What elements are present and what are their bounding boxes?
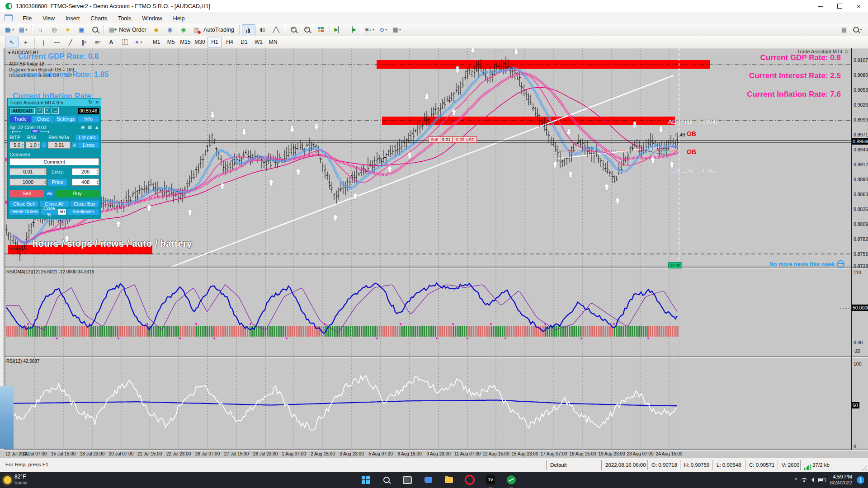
sounds-button[interactable]: ◉ <box>177 25 190 35</box>
taskbar-clock[interactable]: 4:59 PM 8/24/2022 <box>830 474 852 486</box>
panel-tab-trade[interactable]: Trade <box>9 116 31 122</box>
menu-help[interactable]: Help <box>168 14 190 23</box>
calendar-icon[interactable]: ▦ <box>88 125 92 130</box>
timeframe-h1[interactable]: H1 <box>208 37 222 47</box>
price-button[interactable]: Price <box>48 179 67 186</box>
new-chart-button[interactable]: ▦+▾ <box>3 25 16 35</box>
zoom-in-button[interactable]: + <box>288 25 300 35</box>
templates-button[interactable]: ▦▾ <box>391 25 403 35</box>
lot-calc-button[interactable]: Lot calc <box>75 135 99 141</box>
status-cell[interactable]: Default <box>546 460 604 470</box>
menu-file[interactable]: File <box>17 14 37 23</box>
text-tool[interactable]: A <box>105 37 118 47</box>
metatrader-icon[interactable] <box>505 474 517 486</box>
volume-input[interactable]: 1000▴▾ <box>9 178 47 186</box>
panel-title-bar[interactable]: Trade Assistant MT4 9.5 ↻ ✕ <box>8 99 101 106</box>
price-input[interactable]: 408▴▾ <box>72 178 99 186</box>
candlestick-type-button[interactable]: ▮▯ <box>256 25 269 35</box>
bell-icon[interactable]: ▲ <box>94 125 99 130</box>
timeframe-d1[interactable]: D1 <box>237 37 251 47</box>
lines-button[interactable]: Lines <box>78 142 99 148</box>
risk-minus-button[interactable]: - <box>42 142 47 148</box>
panel-tab-close[interactable]: Close <box>32 116 53 122</box>
time-scale[interactable]: 12 Jul 202214 Jul 07:0015 Jul 15:0018 Ju… <box>4 450 851 458</box>
indicators-list-button[interactable]: ≡+▾ <box>363 25 376 35</box>
panel-close-icon[interactable]: ✕ <box>95 100 99 105</box>
maximize-button[interactable] <box>830 0 849 12</box>
menu-tools[interactable]: Tools <box>113 14 137 23</box>
data-window-button[interactable]: ◎ <box>48 25 61 35</box>
timeframe-m1[interactable]: M1 <box>150 37 163 47</box>
ex-button[interactable]: ex <box>45 190 54 197</box>
auto-scroll-button[interactable]: ▶▏ <box>332 25 345 35</box>
close-percent-button[interactable]: Close %50 <box>41 209 66 215</box>
rr-toggle[interactable]: RR <box>31 129 39 133</box>
risk-input[interactable]: 0.01 <box>48 141 71 149</box>
new-order-button[interactable]: ▤+New Order <box>106 25 149 35</box>
cursor-tool[interactable]: ↖ <box>5 37 19 47</box>
battery-icon[interactable] <box>818 478 826 482</box>
menu-charts[interactable]: Charts <box>85 14 113 23</box>
breakeven-button[interactable]: Breakeven <box>67 209 99 215</box>
menu-insert[interactable]: Insert <box>60 14 85 23</box>
chart-window-icon[interactable] <box>5 14 13 21</box>
refresh-icon[interactable]: ↻ <box>88 99 92 105</box>
strategy-tester-button[interactable] <box>89 25 101 35</box>
rsi-indicator-pane[interactable] <box>4 357 851 449</box>
trendline-tool[interactable]: ╱ <box>64 37 77 47</box>
arrows-tool[interactable]: ✦▾ <box>132 37 145 47</box>
file-explorer-icon[interactable] <box>443 474 455 486</box>
trade-assistant-panel[interactable]: Trade Assistant MT4 9.5 ↻ ✕ AUDCAD < > ▭… <box>8 99 101 219</box>
chart-shift-button[interactable]: ▕▶ <box>346 25 359 35</box>
terminal-button[interactable]: ▣ <box>75 25 88 35</box>
fibonacci-tool[interactable]: ≡F <box>91 37 104 47</box>
bar-chart-type-button[interactable] <box>242 24 255 35</box>
notification-badge[interactable]: 1 <box>857 476 864 484</box>
risk-plus-button[interactable]: + <box>72 142 77 148</box>
chat-icon[interactable] <box>422 474 434 486</box>
speaker-icon[interactable] <box>811 478 814 482</box>
profiles-button[interactable]: ▤▾ <box>17 25 29 35</box>
metaeditor-button[interactable]: ◆ <box>150 25 163 35</box>
open-position-tag[interactable]: Sell 0.01 -0.39 USD <box>429 136 477 143</box>
crosshair-tool[interactable]: + <box>19 37 32 47</box>
timeframe-m30[interactable]: M30 <box>193 37 207 47</box>
search-button[interactable]: ▾ <box>851 25 864 35</box>
eye-icon[interactable]: ◉ <box>81 125 85 130</box>
comment-input[interactable]: Comment <box>9 158 99 165</box>
line-chart-type-button[interactable]: ╱╲ <box>270 25 283 35</box>
tradingview-icon[interactable]: TV <box>485 474 496 486</box>
delete-orders-button[interactable]: Delete Orders <box>9 209 39 215</box>
equidistant-channel-tool[interactable]: ∥E <box>78 37 90 47</box>
rtp-input[interactable]: 5.0▴▾ <box>9 141 24 149</box>
weather-widget[interactable]: 82°F Sunny <box>4 472 27 488</box>
print-button[interactable]: ▤ <box>838 25 850 35</box>
close-sell-button[interactable]: Close Sell <box>9 201 38 207</box>
zoom-out-button[interactable]: − <box>301 25 314 35</box>
text-label-tool[interactable]: T <box>118 37 131 47</box>
panel-tab-info[interactable]: Info <box>78 116 99 122</box>
lot-input[interactable]: 0.01▴▾ <box>9 168 47 175</box>
resize-grip[interactable] <box>861 465 867 471</box>
entry-input[interactable]: 200▴▾ <box>72 168 99 175</box>
tile-windows-button[interactable] <box>315 25 327 35</box>
sell-button[interactable]: Sell <box>9 190 44 197</box>
menu-view[interactable]: View <box>37 14 60 23</box>
rsioma-indicator-pane[interactable] <box>4 267 851 356</box>
prev-symbol-button[interactable]: < <box>37 108 42 114</box>
panel-tab-settings[interactable]: Settings <box>55 116 76 122</box>
autotrading-button[interactable]: ▥AutoTrading <box>191 25 237 35</box>
market-watch-button[interactable]: ↑↓ <box>34 25 47 35</box>
folder-icon[interactable]: ▭ <box>52 108 59 114</box>
timeframe-m5[interactable]: M5 <box>164 37 178 47</box>
tray-expand-icon[interactable]: ^ <box>794 477 797 483</box>
search-icon[interactable] <box>381 474 392 486</box>
next-symbol-button[interactable]: > <box>44 108 50 114</box>
menu-window[interactable]: Window <box>137 14 167 23</box>
close-button[interactable]: × <box>849 0 868 12</box>
mql5-button[interactable]: ◉ <box>164 25 176 35</box>
opera-icon[interactable] <box>464 474 476 486</box>
price-scale[interactable]: 0.910700.908000.905300.902600.899900.897… <box>851 48 868 450</box>
timeframe-mn[interactable]: MN <box>266 37 280 47</box>
timeframe-m15[interactable]: M15 <box>179 37 192 47</box>
